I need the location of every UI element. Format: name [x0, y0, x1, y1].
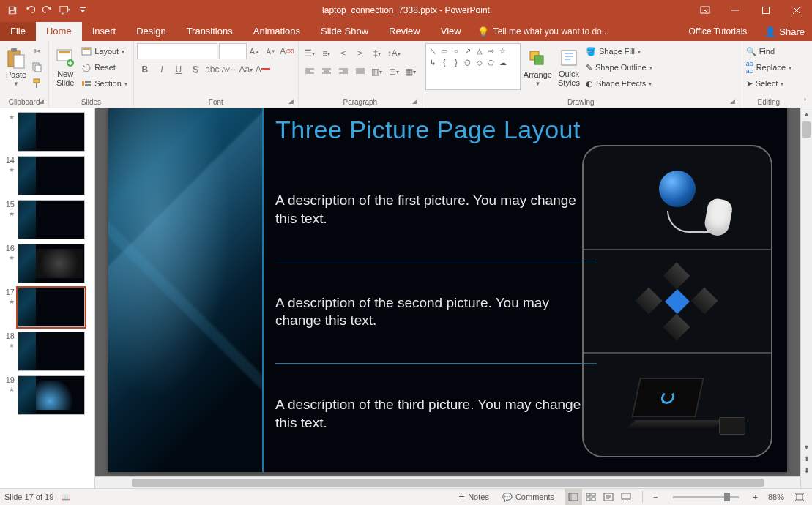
- zoom-in-button[interactable]: +: [750, 489, 761, 506]
- slide-canvas[interactable]: Three Picture Page Layout A description …: [108, 108, 787, 472]
- align-center-button[interactable]: [319, 64, 335, 80]
- normal-view-button[interactable]: [565, 489, 582, 506]
- collapse-ribbon-icon[interactable]: ˄: [803, 97, 807, 105]
- underline-button[interactable]: U: [171, 61, 187, 78]
- line-spacing-button[interactable]: ‡▾: [369, 45, 385, 61]
- share-button[interactable]: 👤 Share: [757, 22, 812, 41]
- slide-thumbnail[interactable]: 16★: [0, 242, 94, 285]
- dialog-launcher-icon[interactable]: ◢: [730, 97, 735, 105]
- format-painter-button[interactable]: [29, 75, 45, 91]
- zoom-out-button[interactable]: −: [650, 489, 660, 506]
- fit-to-window-button[interactable]: [791, 489, 808, 506]
- copy-button[interactable]: [29, 59, 45, 75]
- shrink-font-button[interactable]: A▼: [263, 43, 279, 59]
- tab-view[interactable]: View: [431, 22, 472, 41]
- slide-title[interactable]: Three Picture Page Layout: [275, 116, 581, 144]
- font-color-button[interactable]: A: [255, 61, 271, 78]
- desc-2[interactable]: A description of the second picture. You…: [275, 294, 597, 330]
- arrange-button[interactable]: Arrange▼: [521, 43, 555, 91]
- grow-font-button[interactable]: A▲: [247, 43, 263, 59]
- save-icon[interactable]: [4, 2, 21, 18]
- next-slide-icon[interactable]: ⬇: [801, 465, 812, 476]
- tab-home[interactable]: Home: [36, 22, 82, 41]
- horizontal-scrollbar[interactable]: [95, 476, 800, 488]
- tell-me-search[interactable]: 💡 Tell me what you want to do...: [477, 22, 609, 41]
- font-size-combo[interactable]: [219, 43, 247, 59]
- increase-indent-button[interactable]: ≥: [352, 45, 368, 61]
- picture-1[interactable]: [584, 146, 771, 249]
- maximize-button[interactable]: [750, 0, 781, 20]
- char-spacing-button[interactable]: AV↔: [221, 61, 237, 78]
- smartart-button[interactable]: ▦▾: [403, 64, 419, 80]
- dialog-launcher-icon[interactable]: ◢: [39, 97, 44, 105]
- zoom-slider-thumb[interactable]: [724, 493, 730, 501]
- picture-3[interactable]: [584, 352, 771, 456]
- picture-2[interactable]: [584, 249, 771, 353]
- minimize-button[interactable]: [720, 0, 750, 20]
- tab-transitions[interactable]: Transitions: [176, 22, 243, 41]
- layout-button[interactable]: Layout▾: [78, 43, 130, 59]
- justify-button[interactable]: [352, 64, 368, 80]
- notes-button[interactable]: ≐Notes: [455, 489, 492, 506]
- vertical-scrollbar[interactable]: ▲ ▼ ⬆ ⬇: [800, 108, 812, 488]
- change-case-button[interactable]: Aa▾: [238, 61, 254, 78]
- find-button[interactable]: 🔍Find: [743, 43, 794, 59]
- slide-thumbnail[interactable]: 15★: [0, 198, 94, 242]
- slide-thumbnail[interactable]: 17★: [0, 285, 94, 329]
- clear-formatting-button[interactable]: A⌫: [279, 43, 295, 59]
- zoom-slider[interactable]: [673, 496, 739, 498]
- italic-button[interactable]: I: [154, 61, 170, 78]
- zoom-level[interactable]: 88%: [768, 493, 784, 501]
- qat-customize-icon[interactable]: [75, 2, 91, 18]
- close-button[interactable]: [781, 0, 812, 20]
- tab-insert[interactable]: Insert: [82, 22, 127, 41]
- reading-view-button[interactable]: [600, 489, 617, 506]
- tab-office-tutorials[interactable]: Office Tutorials: [678, 22, 757, 41]
- dialog-launcher-icon[interactable]: ◢: [288, 97, 294, 105]
- tab-animations[interactable]: Animations: [243, 22, 310, 41]
- tab-file[interactable]: File: [0, 22, 36, 41]
- start-slideshow-icon[interactable]: [57, 2, 73, 18]
- slide-thumbnail[interactable]: 18★: [0, 329, 94, 373]
- slide-thumbnail[interactable]: 14★: [0, 154, 94, 198]
- desc-3[interactable]: A description of the third picture. You …: [275, 396, 597, 432]
- scroll-up-icon[interactable]: ▲: [801, 108, 812, 120]
- decrease-indent-button[interactable]: ≤: [335, 45, 351, 61]
- slideshow-view-button[interactable]: [617, 489, 635, 506]
- tab-slideshow[interactable]: Slide Show: [310, 22, 379, 41]
- slide-editor[interactable]: Three Picture Page Layout A description …: [95, 108, 812, 488]
- scroll-down-icon[interactable]: ▼: [801, 441, 812, 453]
- shape-effects-button[interactable]: ◐Shape Effects▾: [583, 75, 655, 91]
- text-direction-button[interactable]: ↕A▾: [386, 45, 402, 61]
- align-left-button[interactable]: [302, 64, 318, 80]
- scroll-thumb[interactable]: [132, 479, 764, 487]
- numbering-button[interactable]: ≡▾: [319, 45, 335, 61]
- sorter-view-button[interactable]: [582, 489, 600, 506]
- dialog-launcher-icon[interactable]: ◢: [412, 97, 417, 105]
- replace-button[interactable]: abacReplace▾: [743, 59, 794, 75]
- new-slide-button[interactable]: New Slide: [52, 43, 78, 91]
- tab-review[interactable]: Review: [379, 22, 431, 41]
- shape-fill-button[interactable]: 🪣Shape Fill▾: [583, 43, 655, 59]
- quick-styles-button[interactable]: Quick Styles: [555, 43, 583, 91]
- redo-icon[interactable]: [40, 2, 56, 18]
- strikethrough-button[interactable]: abc: [204, 61, 220, 78]
- slide-counter[interactable]: Slide 17 of 19: [4, 493, 53, 501]
- desc-1[interactable]: A description of the first picture. You …: [275, 192, 597, 228]
- cut-button[interactable]: ✂: [29, 43, 45, 59]
- select-button[interactable]: ➤Select▾: [743, 75, 794, 91]
- scroll-thumb[interactable]: [802, 121, 811, 138]
- paste-button[interactable]: Paste ▼: [3, 43, 29, 91]
- bullets-button[interactable]: ☰▾: [302, 45, 318, 61]
- prev-slide-icon[interactable]: ⬆: [801, 453, 812, 465]
- comments-button[interactable]: 💬Comments: [499, 489, 557, 506]
- spell-check-icon[interactable]: 📖: [61, 493, 71, 502]
- slide-thumbnails-pane[interactable]: ★14★15★16★17★18★19★: [0, 108, 95, 488]
- align-text-button[interactable]: ⊟▾: [386, 64, 402, 80]
- section-button[interactable]: Section▾: [78, 75, 130, 91]
- bold-button[interactable]: B: [137, 61, 153, 78]
- picture-panel[interactable]: [582, 145, 772, 457]
- shadow-button[interactable]: S: [187, 61, 204, 78]
- reset-button[interactable]: Reset: [78, 59, 130, 75]
- font-name-combo[interactable]: [137, 43, 217, 59]
